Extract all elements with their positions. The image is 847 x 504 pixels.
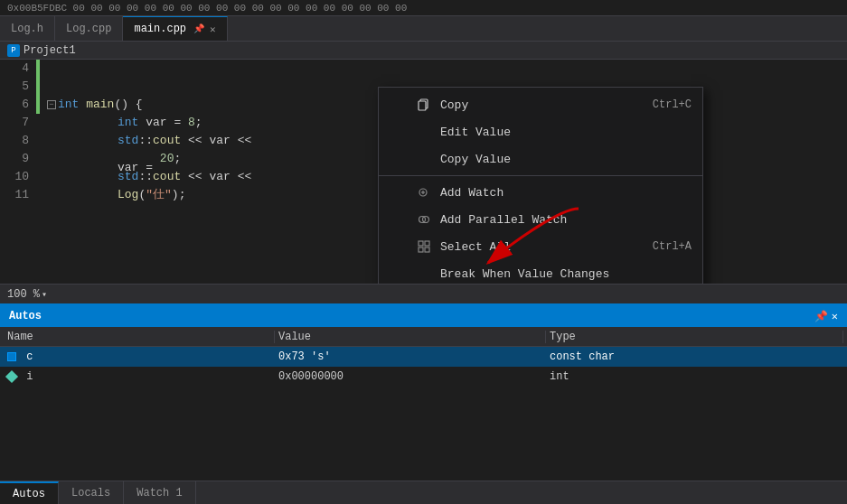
autos-controls: 📌 ✕ — [814, 310, 838, 323]
svg-rect-8 — [425, 241, 429, 246]
edit-value-icon — [415, 123, 433, 141]
zoom-bar: 100 % ▾ — [0, 284, 847, 303]
copy-value-label: Copy Value — [440, 153, 511, 166]
copy-icon — [415, 96, 433, 114]
breadcrumb: P Project1 — [0, 42, 847, 60]
table-header: Name Value Type — [0, 327, 847, 347]
tab-main-cpp-close[interactable]: ✕ — [210, 23, 216, 35]
add-watch-icon — [415, 183, 433, 201]
hex-strip: 0x00B5FDBC 00 00 00 00 00 00 00 00 00 00… — [0, 0, 847, 16]
context-menu: Copy Ctrl+C Edit Value Copy Value — [378, 87, 703, 284]
bottom-tab-locals-label: Locals — [71, 487, 110, 499]
add-watch-check — [390, 186, 408, 200]
parallel-watch-check — [390, 213, 408, 227]
zoom-dropdown[interactable]: 100 % ▾ — [7, 288, 47, 301]
table-row-c[interactable]: c 0x73 's' const char — [0, 347, 847, 367]
autos-header: Autos 📌 ✕ — [0, 305, 847, 327]
edit-value-check — [390, 126, 408, 139]
copy-label: Copy — [440, 98, 468, 112]
copy-value-check — [390, 153, 408, 166]
tab-main-cpp-label: main.cpp — [134, 23, 186, 35]
menu-item-copy-value[interactable]: Copy Value — [379, 145, 702, 173]
copy-value-icon — [415, 150, 433, 168]
menu-item-edit-value[interactable]: Edit Value — [379, 118, 702, 145]
add-watch-label: Add Watch — [440, 186, 503, 200]
row-i-name: i — [4, 370, 275, 383]
separator-1 — [379, 175, 702, 176]
autos-title: Autos — [9, 310, 42, 322]
col-value: Value — [275, 331, 546, 343]
bottom-tab-autos-label: Autos — [13, 488, 45, 500]
row-c-name: c — [4, 350, 275, 363]
tab-main-cpp[interactable]: main.cpp 📌 ✕ — [123, 16, 227, 41]
select-all-shortcut: Ctrl+A — [653, 240, 692, 253]
menu-item-add-watch[interactable]: Add Watch — [379, 179, 702, 206]
row-c-name-text: c — [26, 350, 33, 363]
row-i-value: 0x00000000 — [275, 370, 546, 383]
row-c-icon — [7, 352, 16, 361]
parallel-watch-icon — [415, 210, 433, 229]
row-c-type: const char — [546, 350, 843, 363]
edit-value-label: Edit Value — [440, 126, 511, 139]
table-row-i[interactable]: i 0x00000000 int — [0, 367, 847, 387]
project-icon: P — [7, 44, 20, 57]
menu-item-select-all[interactable]: Select All Ctrl+A — [379, 233, 702, 260]
row-i-name-text: i — [26, 370, 33, 383]
tab-pin-icon: 📌 — [193, 23, 204, 34]
code-line-4 — [47, 60, 847, 78]
break-value-icon — [415, 265, 433, 283]
parallel-watch-label: Add Parallel Watch — [440, 213, 567, 227]
svg-rect-1 — [419, 101, 426, 110]
select-all-check — [390, 240, 408, 254]
bottom-tab-bar: Autos Locals Watch 1 — [0, 481, 847, 504]
menu-item-copy[interactable]: Copy Ctrl+C — [379, 91, 702, 118]
menu-item-add-parallel-watch[interactable]: Add Parallel Watch — [379, 206, 702, 233]
bottom-tab-watch1[interactable]: Watch 1 — [124, 481, 195, 504]
hex-strip-content: 0x00B5FDBC 00 00 00 00 00 00 00 00 00 00… — [7, 3, 407, 14]
bottom-tab-watch1-label: Watch 1 — [136, 487, 182, 499]
tab-bar: Log.h Log.cpp main.cpp 📌 ✕ — [0, 16, 847, 42]
select-all-label: Select All — [440, 240, 511, 254]
autos-close-icon[interactable]: ✕ — [832, 310, 838, 323]
col-type: Type — [546, 331, 843, 343]
tab-log-cpp-label: Log.cpp — [66, 23, 111, 35]
row-i-type: int — [546, 370, 843, 383]
svg-rect-9 — [419, 247, 423, 252]
zoom-level: 100 % — [7, 288, 40, 301]
row-i-icon — [5, 370, 18, 383]
svg-rect-10 — [425, 247, 429, 252]
autos-panel: Autos 📌 ✕ Name Value Type c 0x73 's' con… — [0, 303, 847, 484]
row-c-value: 0x73 's' — [275, 350, 546, 363]
break-value-label: Break When Value Changes — [440, 267, 609, 281]
tab-log-h-label: Log.h — [11, 23, 43, 35]
bottom-tab-autos[interactable]: Autos — [0, 481, 59, 504]
breadcrumb-project: Project1 — [24, 44, 76, 57]
copy-check — [390, 98, 408, 112]
line-numbers: 4 5 6 7 8 9 10 11 — [0, 60, 36, 284]
col-name: Name — [4, 331, 275, 343]
tab-log-h[interactable]: Log.h — [0, 16, 55, 41]
break-value-check — [390, 267, 408, 281]
menu-item-break-value[interactable]: Break When Value Changes — [379, 260, 702, 284]
select-all-icon — [415, 238, 433, 256]
zoom-chevron-icon: ▾ — [42, 289, 47, 300]
editor-area: 4 5 6 7 8 9 10 11 −int main() { int var … — [0, 60, 847, 284]
bottom-tab-locals[interactable]: Locals — [59, 481, 124, 504]
copy-shortcut: Ctrl+C — [653, 98, 692, 111]
autos-pin-icon[interactable]: 📌 — [814, 310, 828, 323]
tab-log-cpp[interactable]: Log.cpp — [55, 16, 123, 41]
svg-rect-7 — [419, 241, 423, 246]
